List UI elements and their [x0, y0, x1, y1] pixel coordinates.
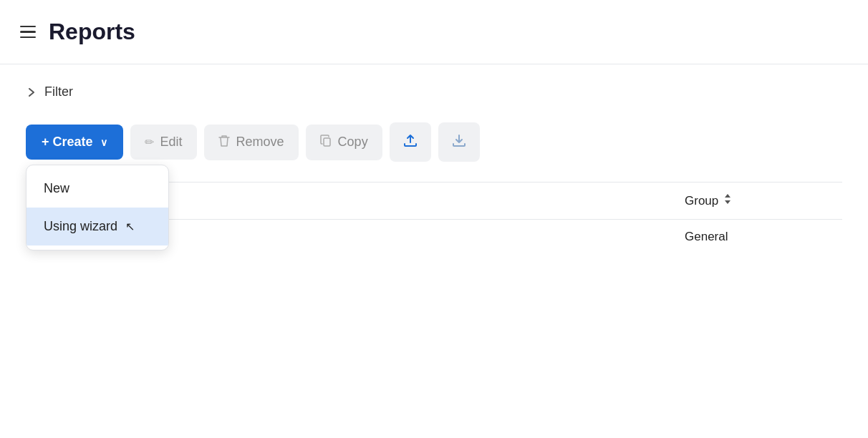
filter-label: Filter [44, 84, 73, 99]
page-title: Reports [49, 19, 135, 45]
sort-icon[interactable] [723, 193, 733, 209]
remove-button[interactable]: Remove [204, 125, 299, 160]
dropdown-item-new[interactable]: New [26, 170, 168, 208]
upload-icon [402, 132, 418, 152]
create-button[interactable]: + Create ∨ [26, 125, 123, 160]
pencil-icon [145, 135, 154, 149]
col-header-group[interactable]: Group [685, 193, 842, 209]
main-content: Filter + Create ∨ Edit Remove [0, 64, 868, 274]
dropdown-item-using-wizard[interactable]: Using wizard ↖ [26, 208, 168, 245]
app-header: Reports [0, 0, 868, 64]
download-button[interactable] [438, 122, 480, 162]
download-icon [451, 132, 467, 152]
svg-rect-0 [324, 138, 330, 146]
trash-icon [218, 135, 230, 150]
col-group-label: Group [685, 194, 718, 208]
edit-button-label: Edit [160, 135, 183, 150]
dropdown-item-using-wizard-label: Using wizard [44, 219, 117, 233]
create-button-label: + Create [42, 135, 93, 150]
toolbar: + Create ∨ Edit Remove Copy [26, 122, 842, 162]
copy-button[interactable]: Copy [306, 125, 382, 160]
copy-icon [320, 135, 332, 150]
create-dropdown: New Using wizard ↖ [26, 165, 169, 250]
row-group: General [685, 230, 842, 244]
remove-button-label: Remove [236, 135, 284, 150]
copy-button-label: Copy [338, 135, 368, 150]
hamburger-icon[interactable] [20, 26, 36, 39]
filter-row: Filter [26, 84, 842, 99]
upload-button[interactable] [390, 122, 431, 162]
create-chevron-icon: ∨ [100, 137, 107, 148]
cursor-icon: ↖ [125, 220, 135, 233]
filter-chevron-icon[interactable] [26, 87, 37, 98]
edit-button[interactable]: Edit [130, 125, 197, 160]
